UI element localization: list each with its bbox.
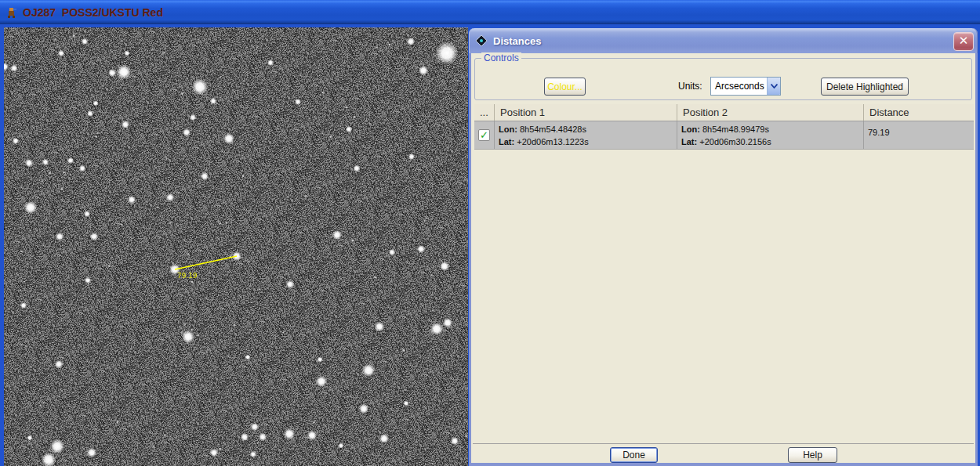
controls-group: Controls Colour... Units: Arcseconds Del… (474, 58, 972, 100)
units-label: Units: (678, 81, 702, 92)
lon-label: Lon: (499, 125, 517, 134)
distance-cell: 79.19 (864, 121, 974, 149)
position1-lon-value: 8h54m54.48428s (520, 125, 586, 134)
window-content: Distances ✕ Controls Colour... Units: Ar… (0, 24, 980, 466)
units-select[interactable]: Arcseconds (710, 77, 781, 96)
row-check-cell: ✓ (474, 121, 495, 149)
row-checkbox[interactable]: ✓ (478, 129, 490, 141)
position2-lat-value: +20d06m30.2156s (699, 137, 771, 146)
colour-button[interactable]: Colour... (544, 78, 586, 96)
position2-cell: Lon: 8h54m48.99479s Lat: +20d06m30.2156s (677, 121, 864, 149)
controls-group-label: Controls (481, 52, 521, 63)
column-header-check[interactable]: ... (474, 104, 495, 121)
window-titlebar[interactable]: OJ287 POSS2/UKSTU Red (0, 0, 980, 24)
sky-image-view[interactable] (4, 27, 468, 466)
column-header-position2[interactable]: Position 2 (677, 104, 864, 121)
position1-cell: Lon: 8h54m54.48428s Lat: +20d06m13.1223s (495, 121, 677, 149)
delete-highlighted-button[interactable]: Delete Highlighted (821, 78, 909, 96)
done-button[interactable]: Done (610, 447, 658, 463)
chevron-down-icon[interactable] (767, 78, 780, 95)
close-icon[interactable]: ✕ (953, 32, 974, 51)
help-button[interactable]: Help (788, 447, 837, 463)
distances-dialog-icon (474, 34, 488, 48)
app-window: OJ287 POSS2/UKSTU Red Distances ✕ Contro… (0, 0, 980, 466)
column-header-position1[interactable]: Position 1 (495, 104, 677, 121)
dialog-titlebar[interactable]: Distances ✕ (469, 28, 978, 53)
table-row[interactable]: ✓ Lon: 8h54m54.48428s Lat: +20d06m13.122… (474, 121, 974, 150)
app-icon (5, 6, 18, 19)
check-icon: ✓ (480, 130, 488, 140)
position2-lon-value: 8h54m48.99479s (702, 125, 769, 134)
window-title: OJ287 POSS2/UKSTU Red (23, 6, 163, 19)
position1-lat-value: +20d06m13.1223s (517, 137, 588, 146)
units-selected-value: Arcseconds (711, 81, 767, 92)
distances-dialog: Distances ✕ Controls Colour... Units: Ar… (469, 28, 978, 466)
column-header-distance[interactable]: Distance (864, 104, 974, 121)
lon-label: Lon: (681, 125, 700, 134)
dialog-body: Controls Colour... Units: Arcseconds Del… (469, 53, 978, 466)
lat-label: Lat: (499, 137, 514, 146)
table-header: ... Position 1 Position 2 Distance (474, 104, 974, 121)
dialog-title: Distances (493, 35, 541, 47)
lat-label: Lat: (681, 137, 697, 146)
distances-table: ... Position 1 Position 2 Distance ✓ Lon… (474, 104, 974, 150)
footer-separator (473, 443, 974, 444)
